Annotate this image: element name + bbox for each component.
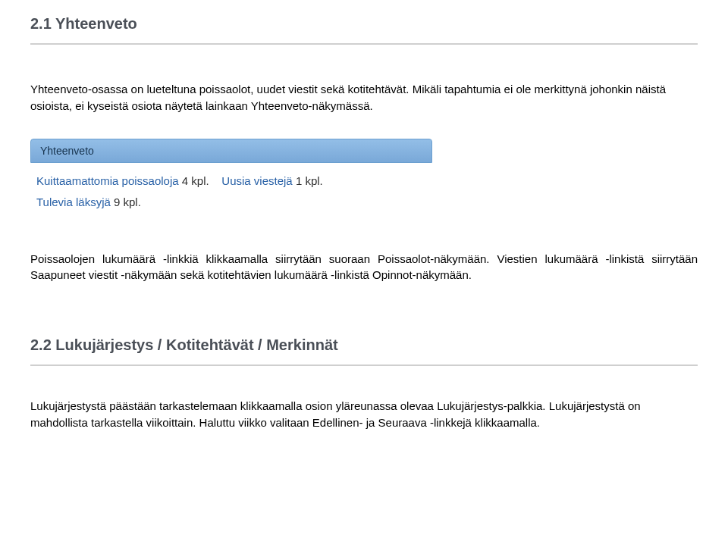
upcoming-count: 9 kpl. (114, 196, 141, 208)
absences-link[interactable]: Kuittaamattomia poissaoloja (36, 174, 179, 187)
page: 2.1 Yhteenveto Yhteenveto-osassa on luet… (0, 0, 728, 461)
divider (30, 364, 698, 366)
panel-row-1: Kuittaamattomia poissaoloja 4 kpl. Uusia… (36, 172, 429, 190)
messages-link[interactable]: Uusia viestejä (221, 174, 292, 187)
section-heading-2-1: 2.1 Yhteenveto (30, 15, 698, 33)
panel-body: Kuittaamattomia poissaoloja 4 kpl. Uusia… (30, 163, 432, 216)
panel-row-2: Tulevia läksyjä 9 kpl. (36, 193, 429, 211)
absences-count: 4 kpl. (182, 174, 209, 187)
section-heading-2-2: 2.2 Lukujärjestys / Kotitehtävät / Merki… (30, 336, 698, 354)
upcoming-link[interactable]: Tulevia läksyjä (36, 196, 111, 208)
panel-header[interactable]: Yhteenveto (30, 139, 432, 163)
section-2-1-paragraph-1: Yhteenveto-osassa on lueteltuna poissaol… (30, 81, 698, 114)
section-2-2-paragraph-1: Lukujärjestystä päästään tarkastelemaan … (30, 398, 698, 431)
section-2-1-paragraph-2: Poissaolojen lukumäärä -linkkiä klikkaam… (30, 251, 698, 284)
messages-count: 1 kpl. (296, 174, 323, 187)
divider (30, 43, 698, 45)
yhteenveto-panel: Yhteenveto Kuittaamattomia poissaoloja 4… (30, 139, 432, 216)
